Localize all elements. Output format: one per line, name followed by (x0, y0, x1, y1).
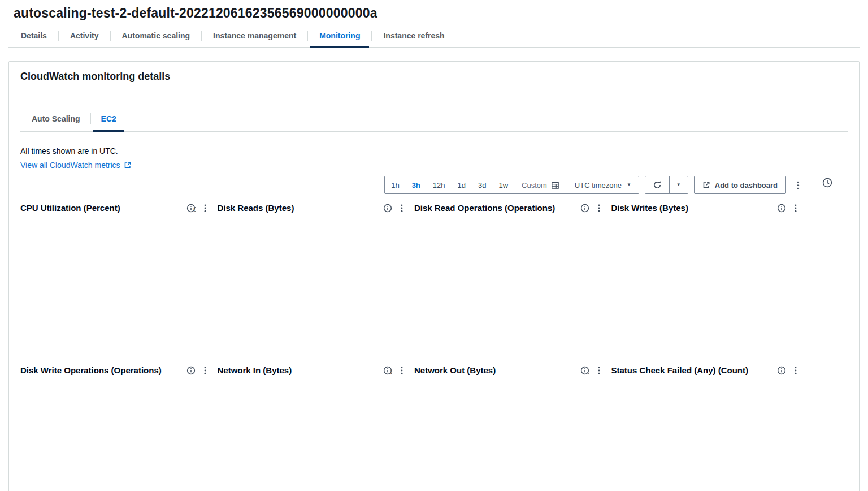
timezone-dropdown[interactable]: UTC timezone ▼ (567, 176, 639, 193)
info-icon[interactable]: 00.5113:0014:0015:00 (580, 204, 589, 213)
chart-header: CPU Utilization (Percent) 0.1990.2330.26… (20, 203, 210, 213)
subtab-auto-scaling[interactable]: Auto Scaling (21, 107, 90, 131)
clock-icon[interactable] (822, 177, 833, 191)
chart-plot[interactable] (414, 399, 603, 491)
dashboard-external-icon (702, 181, 710, 189)
subtab-bar: Auto ScalingEC2 (20, 107, 848, 132)
time-range-control: 1h3h12h1d3d1w Custom UTC timezone ▼ (384, 176, 639, 194)
custom-range-label: Custom (522, 181, 547, 189)
range-1h[interactable]: 1h (385, 176, 405, 193)
chart-card: Disk Read Operations (Operations) 00.511… (414, 203, 604, 334)
ellipsis-menu-icon[interactable] (397, 204, 406, 213)
range-3h[interactable]: 3h (406, 176, 427, 193)
range-buttons: 1h3h12h1d3d1w (385, 176, 514, 193)
info-icon[interactable]: 0.1990.2330.26713:0014:0015:00 (186, 204, 196, 213)
tab-monitoring[interactable]: Monitoring (308, 27, 371, 47)
ellipsis-menu-icon[interactable] (791, 366, 800, 375)
range-1d[interactable]: 1d (452, 176, 472, 193)
utc-note: All times shown are in UTC. (20, 147, 848, 156)
chart-card: Disk Write Operations (Operations) 00.51 (20, 365, 210, 491)
page-title: autoscaling-test-2-default-2022120616235… (0, 0, 868, 21)
range-3d[interactable]: 3d (472, 176, 492, 193)
timezone-label: UTC timezone (575, 181, 622, 189)
chart-plot[interactable] (218, 399, 406, 491)
chart-card: Status Check Failed (Any) (Count) 00.51 (611, 365, 801, 491)
right-rail-divider (811, 175, 811, 491)
chart-header: Disk Read Operations (Operations) 00.511… (414, 203, 604, 213)
info-icon[interactable]: 4581.56k2.65k (383, 366, 392, 375)
chart-card: Disk Writes (Bytes) 00.5113:0014:0015:00 (611, 203, 801, 334)
tab-instance-refresh[interactable]: Instance refresh (372, 27, 455, 47)
chart-title: Disk Write Operations (Operations) (20, 365, 181, 375)
chart-card: Disk Reads (Bytes) 00.5113:0014:0015:00 (218, 203, 407, 334)
chart-title: Disk Read Operations (Operations) (414, 203, 575, 213)
chevron-down-icon: ▼ (676, 183, 681, 187)
charts-grid: CPU Utilization (Percent) 0.1990.2330.26… (20, 203, 800, 491)
chart-title: Status Check Failed (Any) (Count) (611, 365, 772, 375)
chart-title: Disk Reads (Bytes) (218, 203, 379, 213)
chart-plot[interactable] (218, 236, 406, 334)
refresh-button[interactable] (645, 176, 669, 193)
info-icon[interactable]: 00.5113:0014:0015:00 (777, 204, 786, 213)
info-icon[interactable]: 00.51 (777, 366, 786, 375)
calendar-icon (551, 181, 559, 189)
ellipsis-menu-icon[interactable] (397, 366, 406, 375)
chart-plot[interactable] (611, 399, 800, 491)
chart-title: Disk Writes (Bytes) (611, 203, 772, 213)
chevron-down-icon: ▼ (627, 183, 631, 187)
add-to-dashboard-button[interactable]: Add to dashboard (694, 176, 786, 194)
svg-text:1.38k: 1.38k (587, 368, 589, 375)
svg-text:2.65k: 2.65k (390, 368, 392, 375)
external-link-icon (124, 161, 132, 169)
cloudwatch-metrics-link-label: View all CloudWatch metrics (20, 161, 120, 170)
tab-automatic-scaling[interactable]: Automatic scaling (111, 27, 202, 47)
card-title: CloudWatch monitoring details (9, 62, 859, 83)
range-12h[interactable]: 12h (427, 176, 452, 193)
tab-details[interactable]: Details (10, 27, 58, 47)
chart-header: Network Out (Bytes) 3848811.38k (414, 365, 604, 375)
refresh-split-button: ▼ (645, 176, 688, 194)
svg-text:0.267: 0.267 (193, 206, 196, 213)
tab-activity[interactable]: Activity (59, 27, 110, 47)
subtab-ec2[interactable]: EC2 (91, 107, 127, 131)
chart-plot[interactable] (20, 399, 209, 491)
info-icon[interactable]: 00.51 (186, 366, 196, 375)
chart-plot[interactable] (414, 236, 603, 334)
chart-header: Status Check Failed (Any) (Count) 00.51 (611, 365, 801, 375)
chart-plot[interactable] (20, 236, 209, 334)
chart-card: CPU Utilization (Percent) 0.1990.2330.26… (20, 203, 210, 334)
chart-card: Network Out (Bytes) 3848811.38k (414, 365, 604, 491)
info-icon[interactable]: 00.5113:0014:0015:00 (383, 204, 392, 213)
tab-bar: DetailsActivityAutomatic scalingInstance… (8, 27, 860, 48)
chart-header: Disk Writes (Bytes) 00.5113:0014:0015:00 (611, 203, 801, 213)
chart-header: Disk Reads (Bytes) 00.5113:0014:0015:00 (218, 203, 407, 213)
custom-range-button[interactable]: Custom (514, 176, 567, 193)
cloudwatch-metrics-link[interactable]: View all CloudWatch metrics (20, 161, 132, 170)
ellipsis-menu-icon[interactable] (594, 204, 604, 213)
refresh-options-button[interactable]: ▼ (669, 176, 688, 193)
ellipsis-menu-icon[interactable] (791, 204, 800, 213)
chart-header: Disk Write Operations (Operations) 00.51 (20, 365, 210, 375)
toolbar-ellipsis-button[interactable] (792, 179, 805, 191)
chart-toolbar: 1h3h12h1d3d1w Custom UTC timezone ▼ (20, 176, 805, 194)
chart-title: Network Out (Bytes) (414, 365, 575, 375)
ellipsis-menu-icon[interactable] (594, 366, 604, 375)
chart-plot[interactable] (611, 236, 800, 334)
ellipsis-menu-icon[interactable] (201, 204, 210, 213)
chart-title: CPU Utilization (Percent) (20, 203, 181, 213)
range-1w[interactable]: 1w (492, 176, 514, 193)
chart-header: Network In (Bytes) 4581.56k2.65k (218, 365, 407, 375)
add-to-dashboard-label: Add to dashboard (715, 181, 778, 189)
info-icon[interactable]: 3848811.38k (580, 366, 589, 375)
refresh-icon (653, 180, 662, 189)
ellipsis-menu-icon[interactable] (201, 366, 210, 375)
cloudwatch-monitoring-card: CloudWatch monitoring details Auto Scali… (8, 61, 860, 491)
tab-instance-management[interactable]: Instance management (202, 27, 307, 47)
chart-card: Network In (Bytes) 4581.56k2.65k (218, 365, 407, 491)
chart-title: Network In (Bytes) (218, 365, 379, 375)
